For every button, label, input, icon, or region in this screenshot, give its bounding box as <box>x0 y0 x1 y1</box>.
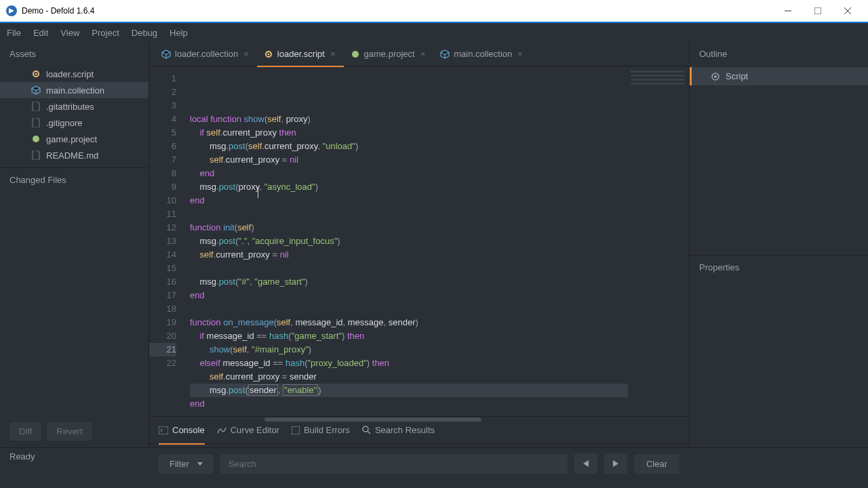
properties-title: Properties <box>690 255 868 279</box>
prev-result-button[interactable] <box>574 453 597 474</box>
menubar: File Edit View Project Debug Help <box>0 23 868 42</box>
menu-file[interactable]: File <box>7 28 21 38</box>
text-cursor <box>258 187 258 198</box>
filter-button[interactable]: Filter <box>159 454 214 474</box>
code-line[interactable]: end <box>190 194 628 207</box>
file-icon <box>31 102 41 111</box>
console-icon <box>159 426 168 434</box>
svg-point-16 <box>714 75 717 78</box>
menu-project[interactable]: Project <box>92 28 119 38</box>
tab-main-collection[interactable]: main.collection× <box>433 42 531 66</box>
bottom-tab-build-errors[interactable]: Build Errors <box>292 417 350 444</box>
gear-icon <box>31 69 41 79</box>
close-icon[interactable]: × <box>242 49 250 59</box>
curve-icon <box>217 426 226 434</box>
svg-rect-12 <box>292 426 300 434</box>
assets-panel: Assets loader.scriptmain.collection.gita… <box>0 42 149 447</box>
code-line[interactable]: self.current_proxy = nil <box>190 248 628 262</box>
code-line[interactable]: elseif message_id == hash("proxy_loaded"… <box>190 357 628 370</box>
chevron-down-icon <box>197 462 203 466</box>
code-line[interactable]: end <box>190 289 628 302</box>
code-line[interactable] <box>190 207 628 221</box>
asset-item--gitignore[interactable]: .gitignore <box>0 115 149 131</box>
close-button[interactable] <box>833 0 863 22</box>
assets-tree: loader.scriptmain.collection.gitattribut… <box>0 66 149 163</box>
gear-icon <box>264 49 273 59</box>
search-icon <box>362 426 371 434</box>
status-text: Ready <box>9 451 35 462</box>
titlebar: Demo - Defold 1.6.4 <box>0 0 868 22</box>
code-area[interactable]: local function show(self, proxy) if self… <box>183 66 628 416</box>
svg-rect-11 <box>159 426 168 434</box>
window-title: Demo - Defold 1.6.4 <box>22 6 773 16</box>
svg-point-6 <box>35 73 37 75</box>
code-line[interactable]: local function show(self, proxy) <box>190 113 628 126</box>
assets-title: Assets <box>0 42 149 66</box>
file-icon <box>31 150 41 160</box>
proj-icon <box>31 134 41 144</box>
code-line[interactable]: if message_id == hash("game_start") then <box>190 329 628 343</box>
maximize-button[interactable] <box>803 0 833 22</box>
code-line[interactable]: msg.post("#", "game_start") <box>190 275 628 289</box>
cube-icon <box>440 49 450 59</box>
minimap[interactable] <box>628 66 689 416</box>
menu-view[interactable]: View <box>60 28 79 38</box>
bottom-tab-console[interactable]: Console <box>159 417 205 444</box>
asset-item-main-collection[interactable]: main.collection <box>0 82 149 98</box>
close-icon[interactable]: × <box>329 49 337 59</box>
code-editor[interactable]: 12345678910111213141516171819202122 loca… <box>149 66 689 416</box>
bottom-panel: ConsoleCurve EditorBuild ErrorsSearch Re… <box>149 416 689 483</box>
editor-tabs: loader.collection×loader.script×game.pro… <box>149 42 689 66</box>
close-icon[interactable]: × <box>516 49 524 59</box>
asset-item--gitattributes[interactable]: .gitattributes <box>0 98 149 115</box>
asset-item-README-md[interactable]: README.md <box>0 147 149 163</box>
gear-icon <box>711 72 720 81</box>
menu-edit[interactable]: Edit <box>33 28 48 38</box>
asset-item-loader-script[interactable]: loader.script <box>0 66 149 82</box>
code-line[interactable]: end <box>190 397 628 411</box>
changed-files-title: Changed Files <box>0 167 149 192</box>
svg-point-9 <box>267 53 269 55</box>
menu-help[interactable]: Help <box>170 28 188 38</box>
code-line[interactable]: self.current_proxy = nil <box>190 153 628 167</box>
code-line[interactable]: msg.post(self.current_proxy, "unload") <box>190 140 628 153</box>
cube-icon <box>31 85 41 95</box>
code-line[interactable]: msg.post(".", "acquire_input_focus") <box>190 235 628 248</box>
console-search-input[interactable]: Search <box>220 454 568 474</box>
bottom-tab-curve-editor[interactable]: Curve Editor <box>217 417 279 444</box>
code-line[interactable]: function on_message(self, message_id, me… <box>190 316 628 329</box>
asset-item-game-project[interactable]: game.project <box>0 131 149 147</box>
code-line[interactable]: if self.current_proxy then <box>190 126 628 140</box>
svg-point-13 <box>363 426 368 432</box>
tab-loader-script[interactable]: loader.script× <box>257 42 344 66</box>
proj-icon <box>351 49 360 59</box>
minimize-button[interactable] <box>773 0 803 22</box>
line-number-gutter: 12345678910111213141516171819202122 <box>149 66 183 416</box>
outline-title: Outline <box>690 42 868 66</box>
bottom-tab-search-results[interactable]: Search Results <box>362 417 435 444</box>
code-line[interactable] <box>190 302 628 316</box>
next-result-button[interactable] <box>604 453 627 474</box>
outline-item-script[interactable]: Script <box>690 67 868 85</box>
diff-button[interactable]: Diff <box>9 422 41 441</box>
code-line[interactable]: function init(self) <box>190 221 628 235</box>
console-toolbar: Filter Search Clear <box>149 444 689 483</box>
code-line[interactable] <box>190 262 628 275</box>
menu-debug[interactable]: Debug <box>132 28 157 38</box>
close-icon[interactable]: × <box>419 49 427 59</box>
code-line[interactable]: self.current_proxy = sender <box>190 370 628 384</box>
svg-line-14 <box>368 431 370 434</box>
svg-rect-2 <box>814 7 821 14</box>
tab-game-project[interactable]: game.project× <box>344 42 434 66</box>
code-line[interactable]: msg.post(sender, "enable") <box>190 384 628 397</box>
tab-loader-collection[interactable]: loader.collection× <box>155 42 257 66</box>
svg-point-7 <box>33 136 39 142</box>
revert-button[interactable]: Revert <box>47 422 92 441</box>
code-line[interactable]: msg.post(proxy, "async_load") <box>190 180 628 194</box>
cube-icon <box>161 49 171 59</box>
errors-icon <box>292 426 300 434</box>
clear-button[interactable]: Clear <box>634 454 679 474</box>
code-line[interactable]: show(self, "#main_proxy") <box>190 343 628 357</box>
code-line[interactable]: end <box>190 167 628 180</box>
file-icon <box>31 118 41 127</box>
